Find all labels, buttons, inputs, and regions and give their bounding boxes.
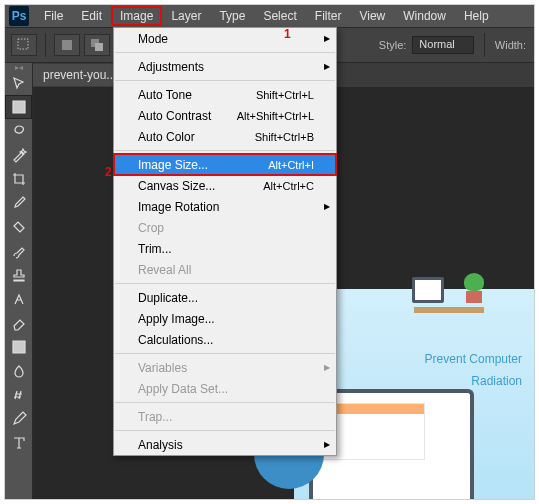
menu-separator: [115, 430, 335, 431]
menu-item-label: Auto Color: [138, 130, 195, 144]
menu-item-calculations[interactable]: Calculations...: [114, 329, 336, 350]
menu-item-label: Trap...: [138, 410, 172, 424]
tool-crop[interactable]: [5, 167, 32, 191]
menu-item-label: Image Size...: [138, 158, 208, 172]
menu-item-canvas-size[interactable]: Canvas Size...Alt+Ctrl+C: [114, 175, 336, 196]
menu-file[interactable]: File: [35, 6, 72, 26]
menu-image[interactable]: Image: [111, 6, 162, 26]
menu-item-duplicate[interactable]: Duplicate...: [114, 287, 336, 308]
toolbox: ▸◂: [5, 63, 33, 499]
tool-lasso[interactable]: [5, 119, 32, 143]
menu-item-label: Calculations...: [138, 333, 213, 347]
tool-type[interactable]: [5, 431, 32, 455]
menu-item-apply-data-set: Apply Data Set...: [114, 378, 336, 399]
artwork-text-1: Prevent Computer: [425, 349, 522, 371]
menu-separator: [115, 402, 335, 403]
tool-eraser[interactable]: [5, 311, 32, 335]
tool-brush[interactable]: [5, 239, 32, 263]
app-logo-icon: Ps: [9, 6, 29, 26]
menu-item-auto-color[interactable]: Auto ColorShift+Ctrl+B: [114, 126, 336, 147]
tool-dodge[interactable]: [5, 383, 32, 407]
menu-item-shortcut: Alt+Ctrl+I: [268, 159, 314, 171]
annotation-1: 1: [284, 27, 291, 41]
menu-item-trap: Trap...: [114, 406, 336, 427]
tool-preset-icon[interactable]: [11, 34, 37, 56]
menu-item-image-rotation[interactable]: Image Rotation: [114, 196, 336, 217]
style-select[interactable]: Normal: [412, 36, 473, 54]
tool-history[interactable]: [5, 287, 32, 311]
menu-item-label: Mode: [138, 32, 168, 46]
menu-item-label: Reveal All: [138, 263, 191, 277]
svg-rect-1: [62, 40, 72, 50]
tool-heal[interactable]: [5, 215, 32, 239]
width-label: Width:: [495, 39, 526, 51]
menu-edit[interactable]: Edit: [72, 6, 111, 26]
menu-item-label: Analysis: [138, 438, 183, 452]
menu-item-label: Trim...: [138, 242, 172, 256]
menu-item-label: Auto Contrast: [138, 109, 211, 123]
tool-gradient[interactable]: [5, 335, 32, 359]
tool-marquee[interactable]: [5, 95, 32, 119]
menu-separator: [115, 52, 335, 53]
tool-blur[interactable]: [5, 359, 32, 383]
annotation-2: 2: [105, 165, 112, 179]
menu-item-image-size[interactable]: Image Size...Alt+Ctrl+I: [114, 154, 336, 175]
menu-window[interactable]: Window: [394, 6, 455, 26]
tool-pen[interactable]: [5, 407, 32, 431]
menu-item-trim[interactable]: Trim...: [114, 238, 336, 259]
menu-item-apply-image[interactable]: Apply Image...: [114, 308, 336, 329]
svg-rect-3: [95, 43, 103, 51]
selection-new-icon[interactable]: [54, 34, 80, 56]
menu-item-reveal-all: Reveal All: [114, 259, 336, 280]
tool-move[interactable]: [5, 71, 32, 95]
menu-item-label: Apply Data Set...: [138, 382, 228, 396]
menu-item-adjustments[interactable]: Adjustments: [114, 56, 336, 77]
menu-filter[interactable]: Filter: [306, 6, 351, 26]
style-label: Style:: [379, 39, 407, 51]
menu-help[interactable]: Help: [455, 6, 498, 26]
menu-item-label: Duplicate...: [138, 291, 198, 305]
menu-item-label: Apply Image...: [138, 312, 215, 326]
menu-item-label: Canvas Size...: [138, 179, 215, 193]
tool-wand[interactable]: [5, 143, 32, 167]
menu-item-crop: Crop: [114, 217, 336, 238]
menu-item-shortcut: Alt+Ctrl+C: [263, 180, 314, 192]
menu-item-auto-tone[interactable]: Auto ToneShift+Ctrl+L: [114, 84, 336, 105]
tab-title: prevent-you...: [43, 68, 116, 82]
menu-bar: Ps FileEditImageLayerTypeSelectFilterVie…: [5, 5, 534, 27]
menu-item-label: Variables: [138, 361, 187, 375]
menu-separator: [115, 353, 335, 354]
menu-item-auto-contrast[interactable]: Auto ContrastAlt+Shift+Ctrl+L: [114, 105, 336, 126]
tool-stamp[interactable]: [5, 263, 32, 287]
menu-item-mode[interactable]: Mode: [114, 28, 336, 49]
menu-item-label: Auto Tone: [138, 88, 192, 102]
tool-eyedropper[interactable]: [5, 191, 32, 215]
menu-item-shortcut: Shift+Ctrl+B: [255, 131, 314, 143]
selection-add-icon[interactable]: [84, 34, 110, 56]
toolbox-grip-icon[interactable]: ▸◂: [5, 63, 32, 71]
menu-item-shortcut: Alt+Shift+Ctrl+L: [237, 110, 314, 122]
menu-item-shortcut: Shift+Ctrl+L: [256, 89, 314, 101]
menu-select[interactable]: Select: [254, 6, 305, 26]
menu-separator: [115, 150, 335, 151]
menu-layer[interactable]: Layer: [162, 6, 210, 26]
svg-rect-0: [18, 39, 28, 49]
menu-separator: [115, 283, 335, 284]
menu-view[interactable]: View: [350, 6, 394, 26]
menu-type[interactable]: Type: [210, 6, 254, 26]
menu-item-variables: Variables: [114, 357, 336, 378]
menu-separator: [115, 80, 335, 81]
menu-item-analysis[interactable]: Analysis: [114, 434, 336, 455]
image-menu-dropdown: ModeAdjustmentsAuto ToneShift+Ctrl+LAuto…: [113, 27, 337, 456]
menu-item-label: Crop: [138, 221, 164, 235]
menu-item-label: Adjustments: [138, 60, 204, 74]
menu-item-label: Image Rotation: [138, 200, 219, 214]
